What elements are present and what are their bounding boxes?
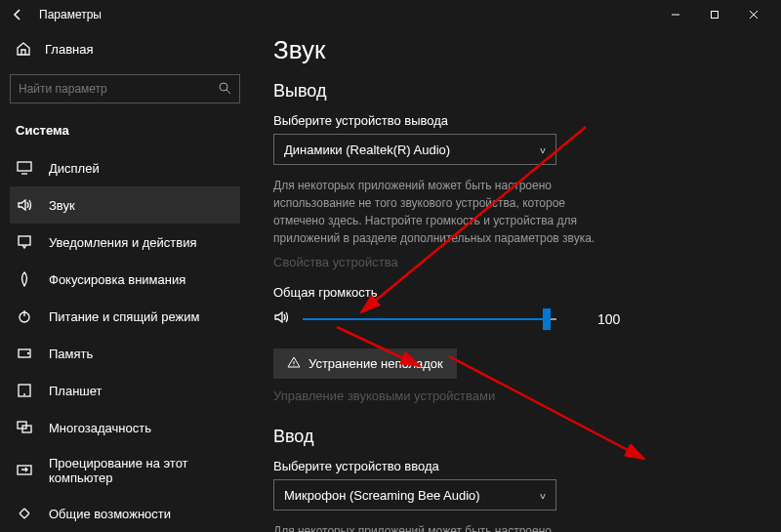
shared-icon <box>16 505 33 522</box>
search-field[interactable] <box>19 82 218 96</box>
input-choose-label: Выберите устройство ввода <box>273 459 758 473</box>
volume-icon <box>273 308 291 330</box>
sidebar-item-multitask[interactable]: Многозадачность <box>10 409 240 446</box>
sidebar-item-label: Питание и спящий режим <box>49 309 199 324</box>
search-icon <box>218 81 231 98</box>
focus-icon <box>16 270 33 288</box>
minimize-button[interactable] <box>656 0 695 29</box>
sidebar-item-label: Уведомления и действия <box>49 235 197 250</box>
chevron-down-icon: ⅴ <box>540 144 546 155</box>
sidebar-item-notifications[interactable]: Уведомления и действия <box>10 224 240 261</box>
sidebar-item-projecting[interactable]: Проецирование на этот компьютер <box>10 446 240 495</box>
power-icon <box>16 307 33 325</box>
device-properties-link: Свойства устройства <box>273 255 758 269</box>
search-input[interactable] <box>10 74 240 103</box>
sidebar-item-label: Звук <box>49 198 75 213</box>
close-button[interactable] <box>734 0 773 29</box>
window-title: Параметры <box>39 8 102 21</box>
notifications-icon <box>16 233 33 251</box>
sidebar-item-shared[interactable]: Общие возможности <box>10 495 240 532</box>
sidebar-item-focus[interactable]: Фокусировка внимания <box>10 261 240 298</box>
svg-rect-4 <box>18 162 31 171</box>
svg-point-2 <box>220 83 227 91</box>
output-device-dropdown[interactable]: Динамики (Realtek(R) Audio) ⅴ <box>273 134 556 165</box>
warning-icon <box>287 355 301 372</box>
sidebar-item-label: Фокусировка внимания <box>49 272 185 287</box>
manage-devices-link: Управление звуковыми устройствами <box>273 389 758 403</box>
maximize-button[interactable] <box>695 0 734 29</box>
multitask-icon <box>16 419 33 436</box>
volume-slider[interactable] <box>303 307 556 331</box>
sidebar-item-label: Общие возможности <box>49 507 171 521</box>
sidebar-item-label: Память <box>49 347 93 361</box>
volume-label: Общая громкость <box>273 285 758 300</box>
input-heading: Ввод <box>273 427 758 447</box>
svg-point-19 <box>294 365 295 366</box>
troubleshoot-label: Устранение неполадок <box>308 356 443 371</box>
sidebar-item-power[interactable]: Питание и спящий режим <box>10 298 240 335</box>
sidebar-item-label: Планшет <box>49 384 103 398</box>
back-button[interactable] <box>8 5 27 24</box>
home-link[interactable]: Главная <box>10 33 240 64</box>
sidebar-item-label: Многозадачность <box>49 421 151 435</box>
troubleshoot-button[interactable]: Устранение неполадок <box>273 348 457 379</box>
sound-icon <box>16 196 33 214</box>
storage-icon <box>16 345 33 362</box>
svg-line-3 <box>226 90 230 94</box>
page-title: Звук <box>273 35 758 65</box>
display-icon <box>16 159 33 177</box>
sidebar-item-label: Дисплей <box>49 161 100 176</box>
sidebar-item-label: Проецирование на этот компьютер <box>49 456 234 485</box>
sidebar-item-storage[interactable]: Память <box>10 335 240 372</box>
sidebar-item-sound[interactable]: Звук <box>10 186 240 224</box>
input-desc: Для некоторых приложений может быть наст… <box>273 522 596 532</box>
output-choose-label: Выберите устройство вывода <box>273 113 758 128</box>
output-device-value: Динамики (Realtek(R) Audio) <box>284 143 450 157</box>
home-label: Главная <box>45 42 93 57</box>
tablet-icon <box>16 382 33 399</box>
output-desc: Для некоторых приложений может быть наст… <box>273 177 596 247</box>
sidebar-item-tablet[interactable]: Планшет <box>10 372 240 409</box>
volume-value: 100 <box>597 311 620 327</box>
svg-rect-6 <box>19 236 30 245</box>
section-label: Система <box>10 119 240 149</box>
input-device-dropdown[interactable]: Микрофон (Screaming Bee Audio) ⅴ <box>273 479 556 511</box>
sidebar: Главная Система Дисплей Звук <box>0 29 250 532</box>
output-heading: Вывод <box>273 81 758 102</box>
chevron-down-icon: ⅴ <box>540 490 546 501</box>
projecting-icon <box>16 462 33 479</box>
sidebar-item-display[interactable]: Дисплей <box>10 149 240 186</box>
svg-point-10 <box>28 353 29 354</box>
content-area: Звук Вывод Выберите устройство вывода Ди… <box>250 29 781 532</box>
svg-rect-1 <box>712 12 719 19</box>
input-device-value: Микрофон (Screaming Bee Audio) <box>284 488 480 503</box>
